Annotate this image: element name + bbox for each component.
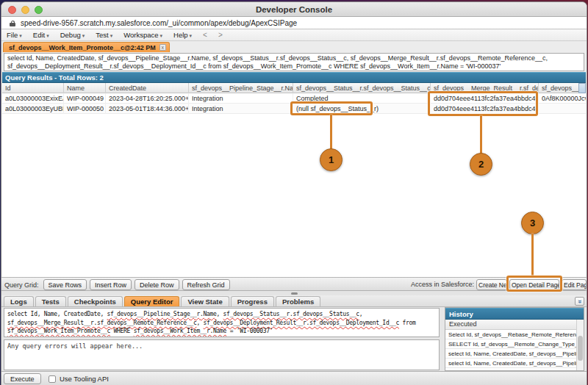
chevron-down-icon: ▾ — [46, 33, 49, 38]
tab-query-editor[interactable]: Query Editor — [124, 296, 180, 306]
tab-view-state[interactable]: View State — [181, 296, 229, 306]
execute-button[interactable]: Execute — [4, 373, 41, 384]
query-editor-input[interactable]: select Id, Name, CreatedDate, sf_devops_… — [4, 308, 440, 337]
history-executed-column-header[interactable]: Executed — [445, 320, 584, 330]
forward-arrow-icon[interactable]: > — [218, 31, 223, 39]
collapse-panel-icon[interactable]: » — [575, 297, 584, 306]
list-item[interactable]: select Id, Name, CreatedDate, sf_devops_… — [445, 349, 577, 359]
menu-debug[interactable]: Debug▾ — [60, 31, 85, 39]
scrollbar-thumb[interactable] — [578, 336, 583, 361]
chevron-down-icon: ▾ — [160, 33, 163, 38]
url-text[interactable]: speed-drive-9567.scratch.my.salesforce.c… — [21, 17, 297, 29]
grid-header-row: Id Name CreatedDate sf_devops__Pipeline_… — [2, 83, 586, 93]
editor-line: sf_devops__Merge_Result__r.sf_devops__Re… — [7, 319, 436, 328]
lock-icon — [10, 21, 15, 26]
column-header-name[interactable]: Name — [64, 83, 106, 93]
insert-row-button[interactable]: Insert Row — [90, 279, 132, 290]
tab-checkpoints[interactable]: Checkpoints — [68, 296, 123, 306]
cell-createddate[interactable]: 2023-04-28T16:20:25.000+0000 — [106, 93, 189, 104]
use-tooling-api-label: Use Tooling API — [60, 372, 109, 385]
editor-line: sf_devops__Work_Item_Promote__c WHERE sf… — [7, 327, 436, 336]
splitter-grip-icon — [291, 292, 298, 295]
grid-toolbar: Query Grid: Save Rows Insert Row Delete … — [1, 277, 587, 291]
history-header: History — [445, 308, 584, 320]
tab-problems[interactable]: Problems — [276, 296, 320, 306]
chevron-down-icon: ▾ — [82, 33, 85, 38]
grid-scrollbar[interactable] — [578, 83, 586, 93]
back-arrow-icon[interactable]: < — [203, 31, 207, 39]
execute-bar: Execute Use Tooling API — [1, 371, 587, 385]
query-results-grid: Id Name CreatedDate sf_devops__Pipeline_… — [2, 83, 586, 277]
access-in-salesforce-label: Access in Salesforce: — [384, 278, 474, 292]
query-display-line1: select Id, Name, CreatedDate, sf_devops_… — [7, 54, 581, 62]
query-display-line2: sf_devops__Deployment_Result__r.sf_devop… — [7, 62, 581, 71]
table-row[interactable]: a0L03000003ExixEAC WIP-000049 2023-04-28… — [2, 93, 586, 104]
cell-name[interactable]: WIP-000049 — [64, 93, 106, 104]
cell-id[interactable]: a0L03000003EyUBEA0 — [2, 104, 64, 114]
table-row[interactable]: a0L03000003EyUBEA0 WIP-000050 2023-05-01… — [2, 104, 586, 114]
menu-edit[interactable]: Edit▾ — [33, 31, 49, 39]
cell-merge-result[interactable]: dd0d704eee4113fc2fa37ea4bbdc4eeba1075... — [431, 104, 539, 114]
list-item[interactable]: SELECT Id, sf_devops__Remote_Change_Type… — [445, 339, 577, 349]
menu-test[interactable]: Test▾ — [96, 31, 112, 39]
column-header-createddate[interactable]: CreatedDate — [106, 83, 189, 93]
tab-logs[interactable]: Logs — [4, 296, 34, 306]
column-header-pipeline-stage[interactable]: sf_devops__Pipeline_Stage__r.Name — [189, 83, 293, 93]
cell-deployment[interactable]: 0Af8K00000Jcvm... — [539, 93, 586, 104]
column-header-merge-result[interactable]: sf_devops__Merge_Result__r.sf_devops__Re… — [431, 83, 539, 93]
menu-help[interactable]: Help▾ — [173, 31, 192, 39]
list-item[interactable]: select Id, Name, CreatedDate, sf_devops_… — [445, 359, 577, 368]
url-bar[interactable]: speed-drive-9567.scratch.my.salesforce.c… — [1, 17, 587, 29]
column-header-status[interactable]: sf_devops__Status__r.sf_devops__Status__… — [293, 83, 431, 93]
cell-status[interactable]: Completed — [293, 93, 431, 104]
cell-name[interactable]: WIP-000050 — [64, 104, 106, 114]
chevron-down-icon: ▾ — [110, 33, 113, 38]
cell-status-null[interactable]: (null sf_devops__Status__r) — [293, 104, 431, 114]
history-scrollbar[interactable] — [576, 320, 584, 370]
create-new-button[interactable]: Create New — [476, 279, 507, 290]
bottom-tab-strip: Logs Tests Checkpoints Query Editor View… — [1, 295, 587, 307]
chevron-down-icon: ▾ — [19, 33, 22, 38]
cell-pipeline-stage[interactable]: Integration — [189, 93, 293, 104]
cell-createddate[interactable]: 2023-05-01T18:44:36.000+0000 — [106, 104, 189, 114]
history-panel: History Executed Select Id, sf_devops__R… — [445, 307, 584, 371]
refresh-grid-button[interactable]: Refresh Grid — [182, 279, 230, 290]
query-errors-area: Any query errors will appear here... — [4, 339, 440, 370]
open-detail-page-button[interactable]: Open Detail Page — [509, 279, 559, 290]
column-header-id[interactable]: Id — [2, 83, 64, 93]
cell-pipeline-stage[interactable]: Integration — [189, 104, 293, 114]
list-item[interactable]: Select Id, sf_devops__Rebase_Remote_Refe… — [445, 330, 577, 339]
cell-merge-result[interactable]: dd0d704eee4113fc2fa37ea4bbdc4eeba1075... — [431, 93, 539, 104]
edit-page-button[interactable]: Edit Page — [562, 279, 587, 290]
menu-file[interactable]: File▾ — [7, 31, 22, 39]
chevron-down-icon: ▾ — [190, 33, 193, 38]
tab-work-item-promote[interactable]: sf_devops__Work_Item_Promote__c@2:42 PM … — [3, 42, 170, 52]
delete-row-button[interactable]: Delete Row — [135, 279, 179, 290]
save-rows-button[interactable]: Save Rows — [43, 279, 87, 290]
query-grid-label: Query Grid: — [4, 281, 39, 289]
title-bar: Developer Console — [1, 2, 587, 17]
workspace-tab-strip: sf_devops__Work_Item_Promote__c@2:42 PM … — [1, 41, 587, 52]
cell-id[interactable]: a0L03000003ExixEAC — [2, 93, 64, 104]
query-editor-panel: select Id, Name, CreatedDate, sf_devops_… — [1, 307, 587, 371]
close-tab-icon[interactable]: x — [159, 44, 166, 51]
developer-console-window: Developer Console speed-drive-9567.scrat… — [1, 1, 587, 385]
menu-bar: File▾ Edit▾ Debug▾ Test▾ Workspace▾ Help… — [1, 29, 587, 41]
cell-deployment[interactable] — [539, 104, 586, 114]
use-tooling-api-checkbox[interactable] — [49, 375, 56, 383]
window-title: Developer Console — [1, 2, 587, 17]
query-results-header: Query Results - Total Rows: 2 — [2, 72, 586, 83]
tab-progress[interactable]: Progress — [231, 296, 274, 306]
tab-tests[interactable]: Tests — [35, 296, 66, 306]
query-display[interactable]: select Id, Name, CreatedDate, sf_devops_… — [4, 53, 584, 71]
menu-workspace[interactable]: Workspace▾ — [123, 31, 162, 39]
editor-line: select Id, Name, CreatedDate, sf_devops_… — [7, 310, 436, 319]
